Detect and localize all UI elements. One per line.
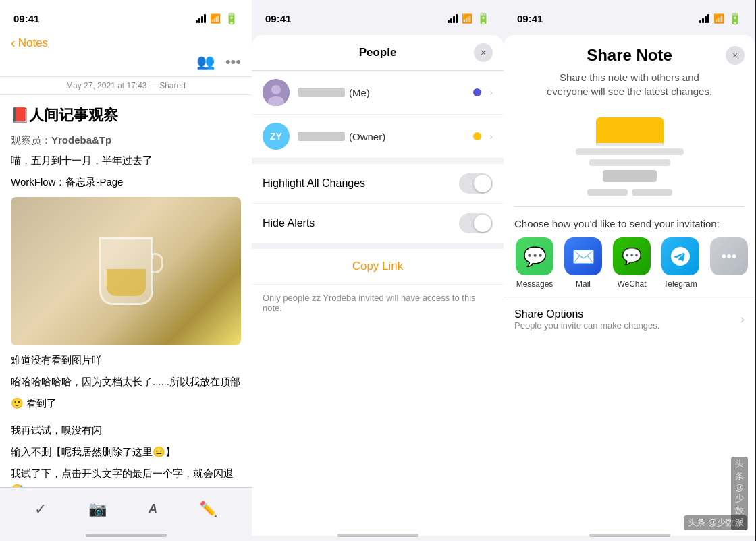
compose-icon[interactable]: ✏️ xyxy=(199,501,217,518)
close-icon-2: × xyxy=(481,47,486,58)
share-app-mail[interactable]: ✉️ Mail xyxy=(563,237,603,289)
preview-dot-2 xyxy=(632,189,672,196)
share-sheet: Share Note Share this note with others a… xyxy=(504,35,755,536)
preview-dot-1 xyxy=(587,189,628,196)
note-title: 📕人间记事观察 xyxy=(11,103,241,127)
share-preview xyxy=(504,107,755,206)
person-info-me: (Me) xyxy=(298,87,465,98)
avatar-initials: ZY xyxy=(270,131,282,142)
messages-icon: 💬 xyxy=(516,237,554,275)
note-content: 📕人间记事观察 观察员：Yrodeba&Tp 喵，五月到十一月，半年过去了 Wo… xyxy=(0,95,252,492)
sheet-title: People xyxy=(359,46,397,59)
mail-icon: ✉️ xyxy=(564,237,602,275)
battery-icon-3: 🔋 xyxy=(728,12,742,25)
share-title-area: Share Note Share this note with others a… xyxy=(542,46,718,98)
chevron-icon-owner: › xyxy=(489,131,493,142)
back-label[interactable]: Notes xyxy=(18,36,48,50)
nav-bar-1: ‹ Notes 👥 ••• xyxy=(0,30,252,77)
status-dot-me xyxy=(473,88,481,96)
home-indicator-1 xyxy=(86,534,167,537)
note-observer: 观察员：Yrodeba&Tp xyxy=(11,132,241,148)
format-icon[interactable]: A xyxy=(148,502,157,516)
share-options-subtitle: People you invite can make changes. xyxy=(514,320,659,331)
wechat-icon: 💬 xyxy=(613,237,651,275)
copy-link-section: Copy Link xyxy=(252,249,504,285)
close-button-3[interactable]: × xyxy=(726,46,745,65)
status-bar-2: 09:41 📶 🔋 xyxy=(252,0,504,30)
nav-actions: 👥 ••• xyxy=(11,53,241,71)
wifi-icon-3: 📶 xyxy=(713,13,724,24)
highlight-changes-label: Highlight All Changes xyxy=(263,177,365,190)
more-icon[interactable]: ••• xyxy=(225,53,241,71)
time-1: 09:41 xyxy=(14,13,39,24)
camera-icon[interactable]: 📷 xyxy=(88,501,107,518)
share-app-more[interactable]: ••• xyxy=(709,237,749,289)
close-icon-3: × xyxy=(732,50,738,61)
liquid xyxy=(107,269,146,296)
status-bar-1: 09:41 📶 🔋 xyxy=(0,0,252,30)
note-meta: May 27, 2021 at 17:43 — Shared xyxy=(0,77,252,95)
note-comment4: 我再试试，嗅没有闪 xyxy=(11,422,241,438)
checkmark-icon[interactable]: ✓ xyxy=(34,501,47,518)
telegram-label: Telegram xyxy=(664,279,697,289)
phone2-people: 09:41 📶 🔋 People × xyxy=(252,0,504,541)
copy-link-button[interactable]: Copy Link xyxy=(352,260,404,273)
status-icons-2: 📶 🔋 xyxy=(448,12,490,25)
note-comment3: 🙂 看到了 xyxy=(11,395,241,411)
more-apps-icon: ••• xyxy=(710,237,748,275)
share-app-wechat[interactable]: 💬 WeChat xyxy=(612,237,652,289)
back-button[interactable]: ‹ Notes xyxy=(11,35,241,51)
svg-point-1 xyxy=(271,85,281,94)
telegram-icon xyxy=(662,237,699,275)
share-app-telegram[interactable]: Telegram xyxy=(660,237,701,289)
cup-illustration xyxy=(99,237,153,305)
share-options-title: Share Options xyxy=(514,308,659,320)
share-header: Share Note Share this note with others a… xyxy=(504,35,755,107)
status-bar-3: 09:41 📶 🔋 xyxy=(504,0,755,30)
phone1-notes: 09:41 📶 🔋 ‹ Notes 👥 ••• May 27, 2021 xyxy=(0,0,252,541)
preview-line-2 xyxy=(589,159,670,166)
note-comment1: 难道没有看到图片咩 xyxy=(11,352,241,368)
avatar-owner: ZY xyxy=(263,123,290,150)
share-options-row[interactable]: Share Options People you invite can make… xyxy=(504,297,755,341)
note-line1: 喵，五月到十一月，半年过去了 xyxy=(11,152,241,169)
note-image xyxy=(11,197,241,345)
preview-dots xyxy=(587,189,672,196)
toggle-knob-2 xyxy=(474,215,491,232)
highlight-changes-toggle[interactable] xyxy=(459,173,493,194)
hide-alerts-label: Hide Alerts xyxy=(263,217,315,229)
info-text: Only people zz Yrodeba invited will have… xyxy=(252,285,504,321)
person-info-owner: (Owner) xyxy=(298,131,465,142)
people-icon[interactable]: 👥 xyxy=(196,53,215,71)
signal-icon-2 xyxy=(448,14,458,23)
status-icons-3: 📶 🔋 xyxy=(699,12,742,25)
wifi-icon-2: 📶 xyxy=(462,13,473,24)
preview-line-1 xyxy=(576,148,684,155)
chevron-icon-me: › xyxy=(489,87,493,98)
signal-icon xyxy=(196,14,206,23)
share-apps: 💬 Messages ✉️ Mail 💬 WeChat xyxy=(514,237,745,289)
phone3-share: 09:41 📶 🔋 Share Note Share this note wit… xyxy=(504,0,755,541)
mail-label: Mail xyxy=(576,279,591,289)
share-app-messages[interactable]: 💬 Messages xyxy=(514,237,555,289)
person-role-owner: (Owner) xyxy=(349,131,385,142)
wechat-label: WeChat xyxy=(617,279,646,289)
person-row-me[interactable]: (Me) › xyxy=(252,71,504,115)
share-options-chevron: › xyxy=(740,312,745,326)
hide-alerts-toggle[interactable] xyxy=(459,213,493,233)
note-comment5: 输入不删【呢我居然删除了这里😑】 xyxy=(11,444,241,460)
battery-icon: 🔋 xyxy=(225,12,238,25)
preview-note-icon xyxy=(596,117,664,144)
close-button-2[interactable]: × xyxy=(474,43,493,62)
home-indicator-2 xyxy=(338,534,418,537)
bottom-toolbar: ✓ 📷 A ✏️ xyxy=(0,487,252,541)
person-row-owner[interactable]: ZY (Owner) › xyxy=(252,115,504,159)
observer-label: 观察员： xyxy=(11,134,51,146)
back-chevron-icon: ‹ xyxy=(11,35,16,51)
person-name-me: (Me) xyxy=(298,87,465,98)
share-options-text: Share Options People you invite can make… xyxy=(514,308,659,331)
sheet-header: People × xyxy=(252,35,504,71)
invite-section: Choose how you'd like to send your invit… xyxy=(504,207,755,294)
avatar-svg xyxy=(263,79,290,106)
invite-label: Choose how you'd like to send your invit… xyxy=(514,218,745,229)
